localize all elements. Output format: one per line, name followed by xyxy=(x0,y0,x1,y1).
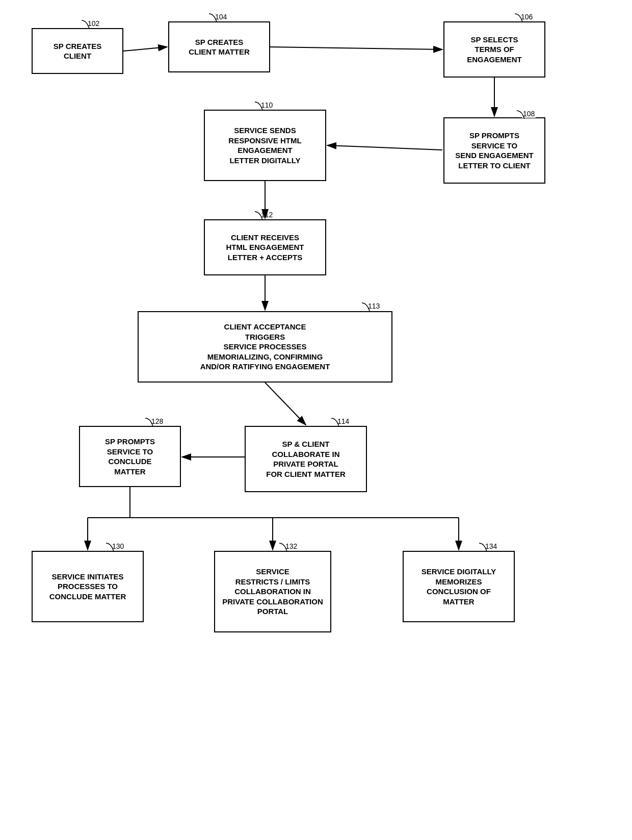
box-104: SP CREATESCLIENT MATTER xyxy=(168,21,270,72)
box-102-label: SP CREATESCLIENT xyxy=(54,41,101,61)
svg-line-1 xyxy=(123,47,167,51)
box-106: SP SELECTSTERMS OFENGAGEMENT xyxy=(443,21,545,78)
box-130: SERVICE INITIATESPROCESSES TOCONCLUDE MA… xyxy=(32,551,144,622)
box-112-label: CLIENT RECEIVESHTML ENGAGEMENTLETTER + A… xyxy=(226,233,304,263)
brace-104 xyxy=(206,13,222,23)
box-113: CLIENT ACCEPTANCETRIGGERSSERVICE PROCESS… xyxy=(138,311,392,383)
brace-134 xyxy=(477,542,492,552)
brace-132 xyxy=(277,542,292,552)
brace-114 xyxy=(329,417,344,427)
box-102: SP CREATESCLIENT xyxy=(32,28,123,74)
box-128-label: SP PROMPTSSERVICE TOCONCLUDEMATTER xyxy=(105,437,155,476)
box-110-label: SERVICE SENDSRESPONSIVE HTMLENGAGEMENTLE… xyxy=(228,125,301,165)
brace-108 xyxy=(514,110,530,120)
flowchart-diagram: SP CREATESCLIENT 102 SP CREATESCLIENT MA… xyxy=(0,0,632,840)
box-112: CLIENT RECEIVESHTML ENGAGEMENTLETTER + A… xyxy=(204,219,326,275)
svg-line-4 xyxy=(327,145,442,150)
box-110: SERVICE SENDSRESPONSIVE HTMLENGAGEMENTLE… xyxy=(204,110,326,181)
brace-113 xyxy=(359,302,375,312)
box-104-label: SP CREATESCLIENT MATTER xyxy=(189,37,250,57)
box-130-label: SERVICE INITIATESPROCESSES TOCONCLUDE MA… xyxy=(49,572,126,602)
svg-line-2 xyxy=(270,47,442,49)
brace-102 xyxy=(79,19,94,30)
brace-128 xyxy=(143,417,158,427)
svg-line-7 xyxy=(265,383,306,425)
box-114-label: SP & CLIENTCOLLABORATE INPRIVATE PORTALF… xyxy=(266,439,346,479)
box-108: SP PROMPTSSERVICE TOSEND ENGAGEMENTLETTE… xyxy=(443,117,545,184)
box-134: SERVICE DIGITALLYMEMORIZESCONCLUSION OFM… xyxy=(403,551,515,622)
box-106-label: SP SELECTSTERMS OFENGAGEMENT xyxy=(467,35,522,65)
box-132: SERVICERESTRICTS / LIMITSCOLLABORATION I… xyxy=(214,551,331,632)
brace-110 xyxy=(252,101,268,111)
box-132-label: SERVICERESTRICTS / LIMITSCOLLABORATION I… xyxy=(222,567,323,617)
box-114: SP & CLIENTCOLLABORATE INPRIVATE PORTALF… xyxy=(245,426,367,492)
box-128: SP PROMPTSSERVICE TOCONCLUDEMATTER xyxy=(79,426,181,487)
box-113-label: CLIENT ACCEPTANCETRIGGERSSERVICE PROCESS… xyxy=(200,322,330,372)
brace-130 xyxy=(103,542,119,552)
box-134-label: SERVICE DIGITALLYMEMORIZESCONCLUSION OFM… xyxy=(422,567,496,606)
brace-106 xyxy=(512,13,528,23)
brace-112 xyxy=(252,211,268,221)
box-108-label: SP PROMPTSSERVICE TOSEND ENGAGEMENTLETTE… xyxy=(455,131,533,170)
